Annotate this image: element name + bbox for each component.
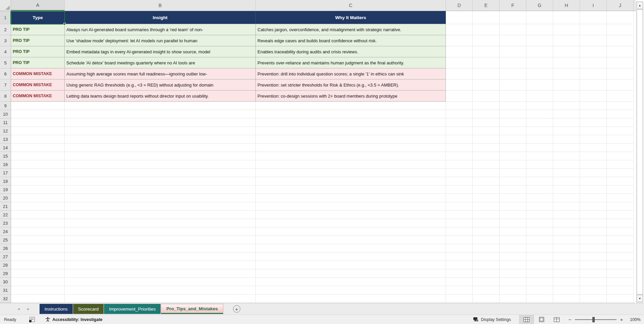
cell[interactable] (256, 269, 446, 278)
cell[interactable] (553, 278, 580, 286)
vertical-scrollbar[interactable]: ▲ ▼ (636, 1, 643, 303)
view-normal-button[interactable] (519, 315, 534, 324)
cell[interactable] (65, 177, 256, 185)
cell[interactable] (473, 135, 500, 144)
cell[interactable] (553, 160, 580, 169)
zoom-level[interactable]: 100% (627, 317, 641, 322)
cell[interactable] (526, 278, 553, 286)
cell[interactable] (607, 160, 634, 169)
cell[interactable] (473, 269, 500, 278)
cell[interactable] (446, 269, 473, 278)
cell[interactable] (473, 127, 500, 135)
cell[interactable] (256, 169, 446, 177)
cell[interactable] (500, 135, 526, 144)
cell[interactable] (526, 211, 553, 219)
cell[interactable] (500, 57, 526, 68)
cell[interactable] (256, 185, 446, 194)
scroll-up-button[interactable]: ▲ (637, 2, 643, 9)
cell[interactable] (473, 202, 500, 211)
cell[interactable] (256, 160, 446, 169)
cell[interactable] (11, 118, 65, 127)
cell[interactable] (580, 144, 607, 152)
cell[interactable] (500, 152, 526, 160)
column-header-A[interactable]: A (11, 0, 65, 11)
cell-B7[interactable]: Using generic RAG thresholds (e.g., <3 =… (65, 79, 256, 91)
cell[interactable] (526, 227, 553, 236)
cell-A6[interactable]: COMMON MISTAKE (11, 68, 65, 79)
cell[interactable] (526, 253, 553, 261)
column-header-B[interactable]: B (65, 0, 256, 11)
cell[interactable] (446, 194, 473, 202)
cell[interactable] (65, 261, 256, 269)
cell[interactable] (607, 79, 634, 91)
cell[interactable] (526, 57, 553, 68)
cell[interactable] (526, 144, 553, 152)
cell[interactable] (553, 177, 580, 185)
cell[interactable] (580, 253, 607, 261)
zoom-out-button[interactable]: − (567, 317, 573, 322)
row-header-28[interactable]: 28 (0, 261, 11, 269)
cell[interactable] (473, 46, 500, 57)
cell[interactable] (500, 118, 526, 127)
cell[interactable] (553, 35, 580, 46)
cell[interactable] (553, 135, 580, 144)
sheet-tab-improvement_priorities[interactable]: Improvement_Priorities (104, 304, 161, 314)
cell[interactable] (500, 177, 526, 185)
row-header-29[interactable]: 29 (0, 269, 11, 278)
cell[interactable] (473, 24, 500, 35)
cell[interactable] (256, 202, 446, 211)
cell[interactable] (500, 286, 526, 294)
cell[interactable] (526, 169, 553, 177)
cell[interactable] (500, 91, 526, 102)
cell[interactable] (607, 227, 634, 236)
cell[interactable] (256, 177, 446, 185)
cell[interactable] (607, 46, 634, 57)
cell[interactable] (256, 219, 446, 227)
cell[interactable] (526, 46, 553, 57)
cell[interactable] (553, 202, 580, 211)
cell[interactable] (256, 110, 446, 118)
row-header-15[interactable]: 15 (0, 152, 11, 160)
cell[interactable] (500, 127, 526, 135)
cell[interactable] (526, 194, 553, 202)
cell[interactable] (526, 102, 553, 110)
cell-C7[interactable]: Prevention: set stricter thresholds for … (256, 79, 446, 91)
row-header-26[interactable]: 26 (0, 244, 11, 253)
cell[interactable] (11, 253, 65, 261)
cell[interactable] (553, 152, 580, 160)
cell[interactable] (256, 194, 446, 202)
cell[interactable] (11, 236, 65, 244)
cell[interactable] (607, 185, 634, 194)
cell[interactable] (65, 244, 256, 253)
cell[interactable] (580, 24, 607, 35)
cell[interactable] (65, 127, 256, 135)
cell[interactable] (256, 253, 446, 261)
cell[interactable] (580, 236, 607, 244)
cell[interactable] (500, 278, 526, 286)
cell[interactable] (65, 202, 256, 211)
cell[interactable] (607, 127, 634, 135)
cell[interactable] (553, 11, 580, 24)
cell[interactable] (526, 79, 553, 91)
cell[interactable] (553, 57, 580, 68)
cell[interactable] (446, 244, 473, 253)
cell[interactable] (580, 278, 607, 286)
cell[interactable] (11, 286, 65, 294)
cell-C5[interactable]: Prevents over-reliance and maintains hum… (256, 57, 446, 68)
cell[interactable] (580, 211, 607, 219)
cell[interactable] (473, 68, 500, 79)
cell[interactable] (446, 57, 473, 68)
cell[interactable] (473, 278, 500, 286)
cell[interactable] (256, 127, 446, 135)
row-header-27[interactable]: 27 (0, 253, 11, 261)
zoom-in-button[interactable]: + (619, 317, 625, 322)
cell[interactable] (607, 286, 634, 294)
sheet-tab-instructions[interactable]: Instructions (40, 304, 73, 314)
display-settings-button[interactable]: Display Settings (473, 317, 511, 322)
cell[interactable] (526, 202, 553, 211)
cell[interactable] (11, 244, 65, 253)
row-header-20[interactable]: 20 (0, 194, 11, 202)
cell[interactable] (11, 227, 65, 236)
cell[interactable] (473, 236, 500, 244)
cell[interactable] (446, 46, 473, 57)
